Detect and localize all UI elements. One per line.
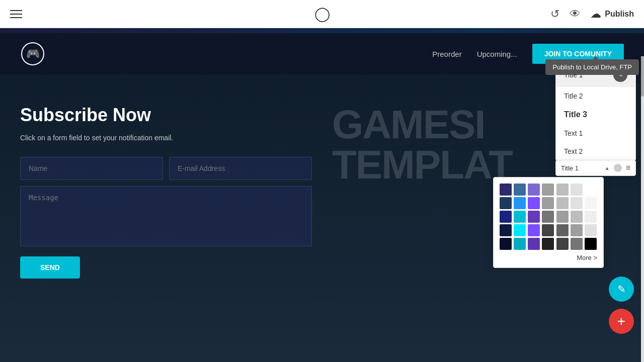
color-swatch[interactable] [571,211,583,223]
send-button[interactable]: SEND [20,256,80,279]
dropdown-title2-label: Title 2 [564,92,583,100]
color-swatch[interactable] [500,197,512,209]
color-swatch[interactable] [571,184,583,196]
color-swatch[interactable] [542,224,554,236]
color-picker: More > [493,177,604,268]
color-swatch[interactable] [514,184,526,196]
color-swatch[interactable] [556,197,569,209]
toolbar-right: ↺ 👁 ☁ Publish [550,8,634,21]
svg-text:🎮: 🎮 [26,47,40,60]
color-swatch[interactable] [528,238,540,250]
site-logo: 🎮 [20,41,45,66]
color-swatch[interactable] [556,224,569,236]
color-swatch[interactable] [556,184,569,196]
color-swatch[interactable] [571,238,583,250]
color-swatch[interactable] [571,197,583,209]
fab-add-button[interactable]: + [609,309,634,334]
canvas: 🎮 Preorder Upcoming... JOIN TO COMUNITY … [0,28,644,362]
undo-icon[interactable]: ↺ [550,8,559,21]
color-swatch[interactable] [585,224,597,236]
scrollbar[interactable] [641,56,644,362]
preview-icon[interactable]: 👁 [570,8,581,21]
subscribe-title: Subscribe Now [20,105,312,126]
toolbar: ◯ ↺ 👁 ☁ Publish [0,0,644,28]
form-row-1 [20,157,312,180]
dropdown-item-title3[interactable]: Title 3 [556,105,635,124]
color-preview-dot[interactable] [614,164,622,172]
cloud-upload-icon: ☁ [591,8,601,20]
color-swatch[interactable] [542,197,554,209]
text-align-icon[interactable]: ≡ [626,163,630,172]
toolbar-left [10,10,22,18]
toolbar-center: ◯ [314,6,330,22]
message-textarea[interactable] [20,186,312,246]
color-swatch[interactable] [528,197,540,209]
dropdown-item-text1[interactable]: Text 1 [556,124,635,142]
dropdown-text1-label: Text 1 [564,129,583,137]
menu-icon[interactable] [10,10,22,18]
title-bar-label: Title 1 [561,164,601,172]
hero-left: Subscribe Now Click on a form field to s… [20,105,312,279]
scrollbar-thumb[interactable] [641,56,644,97]
color-swatch[interactable] [528,184,540,196]
color-swatch[interactable] [542,238,554,250]
logo-icon: 🎮 [20,41,45,66]
color-swatch[interactable] [514,197,526,209]
color-swatch[interactable] [500,211,512,223]
color-swatch[interactable] [528,224,540,236]
publish-tooltip: Publish to Local Drive, FTP [545,59,639,75]
caret-up-icon: ▲ [605,165,610,171]
nav-link-preorder[interactable]: Preorder [432,50,461,58]
dropdown-title3-label: Title 3 [564,110,587,119]
color-swatch[interactable] [500,238,512,250]
color-swatch[interactable] [556,211,569,223]
color-swatch[interactable] [556,238,569,250]
color-swatch[interactable] [571,224,583,236]
publish-label: Publish [605,10,634,19]
color-swatch[interactable] [542,184,554,196]
fab-edit-button[interactable]: ✎ [609,277,634,302]
color-swatch[interactable] [528,211,540,223]
dropdown-item-title2[interactable]: Title 2 [556,87,635,105]
publish-button[interactable]: ☁ Publish [591,8,634,20]
dropdown-text2-label: Text 2 [564,147,583,155]
color-swatch[interactable] [542,211,554,223]
color-swatch[interactable] [514,238,526,250]
color-swatch[interactable] [514,224,526,236]
color-grid [500,184,597,250]
name-input[interactable] [20,157,163,180]
text-type-dropdown: Title 1 ✎ Title 2 Title 3 Text 1 Text 2 [555,62,636,161]
color-swatch[interactable] [500,224,512,236]
color-swatch[interactable] [585,238,597,250]
nav-link-upcoming[interactable]: Upcoming... [477,50,517,58]
title-bar[interactable]: Title 1 ▲ ≡ [555,160,636,176]
color-swatch[interactable] [585,184,597,196]
color-swatch[interactable] [514,211,526,223]
color-swatch[interactable] [585,211,597,223]
subscribe-subtitle: Click on a form field to set your notifi… [20,134,312,142]
color-swatch[interactable] [500,184,512,196]
email-input[interactable] [169,157,312,180]
dropdown-item-text2[interactable]: Text 2 [556,142,635,160]
color-swatch[interactable] [585,197,597,209]
mobile-preview-icon[interactable]: ◯ [314,6,330,22]
more-colors-link[interactable]: More > [500,254,597,261]
